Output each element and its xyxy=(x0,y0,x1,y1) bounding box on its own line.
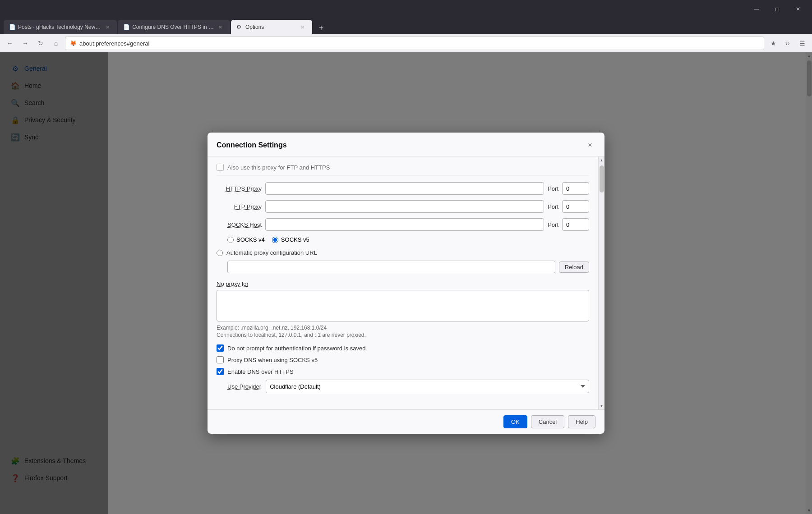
back-button[interactable]: ← xyxy=(4,37,16,50)
ftp-proxy-label: FTP Proxy xyxy=(217,203,262,210)
reload-button[interactable]: Reload xyxy=(559,262,589,273)
ok-button[interactable]: OK xyxy=(503,415,527,428)
modal-scrollbar: ▲ ▼ xyxy=(598,156,604,409)
nav-bar: ← → ↻ ⌂ 🦊 about:preferences#general ★ ››… xyxy=(0,34,812,52)
address-bar-icon: 🦊 xyxy=(70,40,77,46)
auto-proxy-row: Automatic proxy configuration URL xyxy=(217,249,589,256)
https-proxy-row: HTTPS Proxy Port xyxy=(217,182,589,195)
no-auth-prompt-row: Do not prompt for authentication if pass… xyxy=(217,344,589,352)
home-button[interactable]: ⌂ xyxy=(50,37,62,50)
auto-proxy-radio[interactable] xyxy=(217,250,223,256)
https-proxy-input[interactable] xyxy=(265,182,544,195)
scrollbar-thumb[interactable] xyxy=(600,165,604,193)
tab-close-2[interactable]: ✕ xyxy=(217,23,225,31)
forward-button[interactable]: → xyxy=(19,37,32,50)
https-proxy-label: HTTPS Proxy xyxy=(217,185,262,192)
proxy-dns-checkbox[interactable] xyxy=(217,356,224,363)
minimize-button[interactable]: — xyxy=(746,0,767,18)
no-proxy-label: No proxy for xyxy=(217,280,589,287)
socks-v4-option[interactable]: SOCKS v4 xyxy=(227,236,265,243)
ftp-proxy-input[interactable] xyxy=(265,200,544,213)
help-button[interactable]: Help xyxy=(568,415,595,428)
socks-host-row: SOCKS Host Port xyxy=(217,218,589,231)
connections-text: Connections to localhost, 127.0.0.1, and… xyxy=(217,332,589,338)
modal-title: Connection Settings xyxy=(217,141,287,149)
browser-tab-2[interactable]: 📄 Configure DNS Over HTTPS in … ✕ xyxy=(118,20,230,34)
no-proxy-section: No proxy for Example: .mozilla.org, .net… xyxy=(217,280,589,338)
browser-tab-3[interactable]: ⚙ Options ✕ xyxy=(231,20,312,34)
tab-close-3[interactable]: ✕ xyxy=(299,23,307,31)
menu-button[interactable]: ☰ xyxy=(796,37,808,50)
refresh-button[interactable]: ↻ xyxy=(34,37,47,50)
modal-scroll-content[interactable]: Also use this proxy for FTP and HTTPS HT… xyxy=(208,156,598,409)
use-provider-label: Use Provider xyxy=(227,383,261,390)
example-text: Example: .mozilla.org, .net.nz, 192.168.… xyxy=(217,325,589,331)
browser-chrome: — ◻ ✕ 📄 Posts · gHacks Technology New… ✕… xyxy=(0,0,812,52)
modal-header: Connection Settings × xyxy=(208,133,604,156)
socks-v5-label: SOCKS v5 xyxy=(281,236,309,243)
modal-close-button[interactable]: × xyxy=(585,140,595,151)
no-proxy-textarea[interactable] xyxy=(217,290,589,321)
no-auth-prompt-label[interactable]: Do not prompt for authentication if pass… xyxy=(227,345,365,352)
socks-version-group: SOCKS v4 SOCKS v5 xyxy=(227,236,589,243)
enable-doh-label[interactable]: Enable DNS over HTTPS xyxy=(227,368,294,375)
ftp-port-label: Port xyxy=(548,203,558,210)
address-bar[interactable]: 🦊 about:preferences#general xyxy=(65,37,764,50)
enable-doh-checkbox[interactable] xyxy=(217,368,224,375)
tabs-bar: 📄 Posts · gHacks Technology New… ✕ 📄 Con… xyxy=(0,18,812,34)
auto-proxy-url-row: Reload xyxy=(227,261,589,273)
ftp-proxy-row: FTP Proxy Port xyxy=(217,200,589,213)
address-text: about:preferences#general xyxy=(79,40,149,47)
proxy-dns-row: Proxy DNS when using SOCKS v5 xyxy=(217,356,589,363)
modal-footer: OK Cancel Help xyxy=(208,409,604,434)
use-provider-row: Use Provider Cloudflare (Default) NextDN… xyxy=(227,380,589,393)
https-port-input[interactable] xyxy=(562,182,589,195)
connection-settings-modal: Connection Settings × Also use this prox… xyxy=(208,133,604,434)
tab-title-1: Posts · gHacks Technology New… xyxy=(18,24,101,30)
socks-v4-radio[interactable] xyxy=(227,237,234,243)
auto-proxy-url-input[interactable] xyxy=(227,261,555,273)
window-controls: — ◻ ✕ xyxy=(746,0,808,18)
no-auth-prompt-checkbox[interactable] xyxy=(217,344,224,352)
bookmark-button[interactable]: ★ xyxy=(767,37,780,50)
nav-right-controls: ★ ›› ☰ xyxy=(767,37,808,50)
proxy-dns-label[interactable]: Proxy DNS when using SOCKS v5 xyxy=(227,357,318,363)
cancel-button[interactable]: Cancel xyxy=(531,415,564,428)
socks-v5-option[interactable]: SOCKS v5 xyxy=(272,236,309,243)
tab-title-2: Configure DNS Over HTTPS in … xyxy=(132,24,214,30)
tab-favicon-2: 📄 xyxy=(123,24,129,30)
title-bar: — ◻ ✕ xyxy=(0,0,812,18)
also-use-proxy-label: Also use this proxy for FTP and HTTPS xyxy=(227,164,330,171)
https-port-label: Port xyxy=(548,185,558,192)
modal-overlay: Connection Settings × Also use this prox… xyxy=(0,52,812,514)
socks-v5-radio[interactable] xyxy=(272,237,278,243)
scrollbar-up-arrow[interactable]: ▲ xyxy=(599,156,605,164)
provider-select[interactable]: Cloudflare (Default) NextDNS Custom xyxy=(266,380,589,393)
also-use-proxy-checkbox[interactable] xyxy=(217,164,224,171)
auto-proxy-label: Automatic proxy configuration URL xyxy=(226,249,317,256)
ftp-port-input[interactable] xyxy=(562,200,589,213)
tab-favicon-3: ⚙ xyxy=(236,24,243,30)
socks-port-label: Port xyxy=(548,221,558,228)
browser-tab-1[interactable]: 📄 Posts · gHacks Technology New… ✕ xyxy=(4,20,117,34)
modal-body: Also use this proxy for FTP and HTTPS HT… xyxy=(208,156,604,409)
enable-doh-row: Enable DNS over HTTPS xyxy=(217,368,589,375)
tab-favicon-1: 📄 xyxy=(9,24,15,30)
socks-port-input[interactable] xyxy=(562,218,589,231)
socks-v4-label: SOCKS v4 xyxy=(236,236,265,243)
maximize-button[interactable]: ◻ xyxy=(767,0,788,18)
new-tab-button[interactable]: + xyxy=(315,22,328,34)
close-window-button[interactable]: ✕ xyxy=(788,0,808,18)
socks-host-input[interactable] xyxy=(265,218,544,231)
extensions-button[interactable]: ›› xyxy=(781,37,794,50)
tab-title-3: Options xyxy=(245,24,296,30)
tab-close-1[interactable]: ✕ xyxy=(103,23,111,31)
scrollbar-down-arrow[interactable]: ▼ xyxy=(599,402,605,409)
socks-host-label: SOCKS Host xyxy=(217,221,262,228)
